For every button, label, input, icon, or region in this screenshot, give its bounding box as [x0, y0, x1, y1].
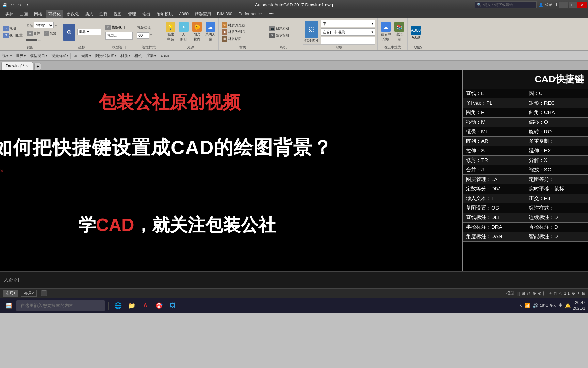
- dyn-btn[interactable]: ⊓: [554, 291, 557, 296]
- menu-wangge[interactable]: 网格: [31, 10, 45, 18]
- render-to-size-btn[interactable]: 🖼 渲染到尺寸: [303, 20, 320, 44]
- snap-grid-btn[interactable]: ⊞: [522, 291, 525, 296]
- cloud-render-btn[interactable]: ☁ 在云中 渲染: [380, 21, 392, 43]
- sc-row-array-copy: 阵列：AR 多重复制：: [463, 137, 588, 146]
- taskbar-acad-icon[interactable]: A: [139, 300, 151, 312]
- vc-visualstyle[interactable]: 视觉样式 ▾: [51, 53, 68, 58]
- create-camera-btn[interactable]: 📷 创建相机: [268, 26, 290, 32]
- menu-shuchu[interactable]: 输出: [140, 10, 153, 18]
- a360-btn[interactable]: A360 A360: [410, 25, 422, 40]
- menu-canshuhua[interactable]: 参数化: [64, 10, 82, 18]
- otrack-btn[interactable]: ⎸: [543, 291, 547, 296]
- material-map-btn[interactable]: ▦ 材质贴图: [221, 36, 247, 42]
- taskbar-app1-icon[interactable]: 🎯: [153, 300, 165, 312]
- menu-bim360[interactable]: BIM 360: [214, 11, 235, 17]
- menu-jingxuan[interactable]: 精选应用: [192, 10, 214, 18]
- vc-material[interactable]: 材质 ▾: [120, 53, 130, 58]
- menu-a360[interactable]: A360: [176, 11, 191, 17]
- material-texture-btn[interactable]: ◐ 材质/纹理关: [221, 29, 247, 35]
- plus-btn[interactable]: +: [577, 291, 580, 296]
- vc-coord[interactable]: 世界 ▾: [16, 53, 26, 58]
- material-browser-btn[interactable]: 🎨 材质浏览器: [221, 22, 247, 28]
- undo-button[interactable]: ↩: [9, 1, 16, 8]
- menu-guanli[interactable]: 管理: [125, 10, 139, 18]
- coord-icon-btn[interactable]: ⊕: [62, 23, 76, 41]
- vc-modelport[interactable]: 模型视口 ▾: [30, 53, 47, 58]
- visual-style-value[interactable]: [137, 32, 149, 39]
- search-input[interactable]: [483, 3, 534, 7]
- render-input-dropdown[interactable]: [321, 37, 375, 44]
- menu-charu[interactable]: 插入: [82, 10, 96, 18]
- lineweight-btn[interactable]: △: [559, 291, 562, 296]
- vc-sunpos[interactable]: 阳光和位置 ▾: [95, 53, 116, 58]
- world-dropdown[interactable]: 世界 ▼: [77, 29, 101, 35]
- view-manager-btn[interactable]: □ 视图: [2, 26, 24, 32]
- layout2-tab[interactable]: 布局2: [21, 290, 37, 297]
- sc-row-div-pan: 定数等分：DIV 实时平移：鼠标: [463, 184, 588, 194]
- redo-button[interactable]: ↪: [16, 1, 23, 8]
- menu-keshihua[interactable]: 可视化: [46, 10, 63, 18]
- vc-render[interactable]: 渲染 ▾: [146, 53, 156, 58]
- info-icon[interactable]: ℹ: [554, 2, 559, 7]
- sc-cell: 旋转：RO: [526, 127, 588, 137]
- layout1-tab[interactable]: 布局1: [3, 290, 18, 297]
- sky-off-btn[interactable]: ☁ 关闭天 光: [204, 21, 216, 43]
- ribbon: □ 视图 ⊞ 视口配置 命名 *当前* ▼: [0, 18, 588, 51]
- tab-drawing1[interactable]: Drawing1* ✕: [1, 62, 33, 70]
- show-camera-btn[interactable]: 👁 显示相机: [268, 32, 290, 39]
- save-button[interactable]: 💾: [1, 1, 8, 8]
- taskbar-search-input[interactable]: [16, 300, 105, 311]
- tab-close-btn[interactable]: ✕: [26, 64, 29, 68]
- osnap-btn[interactable]: ⊘: [538, 291, 541, 296]
- close-button[interactable]: ✕: [577, 2, 587, 8]
- menu-qumian[interactable]: 曲面: [17, 10, 31, 18]
- vc-a360[interactable]: A360: [160, 54, 169, 58]
- settings-btn[interactable]: ⚙: [572, 291, 575, 296]
- render-library-btn[interactable]: 📚 渲染 库: [393, 21, 405, 43]
- vc-camera[interactable]: 相机: [134, 53, 142, 58]
- vc-lights[interactable]: 光源 ▾: [81, 53, 91, 58]
- ribbon-group-render: 🖼 渲染到尺寸 中▼ 在窗口中渲染▼ 渲染: [300, 18, 378, 50]
- qa-dropdown[interactable]: ▼: [24, 1, 31, 8]
- render-window-dropdown[interactable]: 在窗口中渲染▼: [321, 28, 375, 36]
- name-dropdown[interactable]: *当前*: [34, 22, 54, 28]
- shortcut-table: CAD快捷键 直线：L 圆：C 多段线：PL 矩形：REC 圆角：F 斜角：CH…: [462, 70, 588, 271]
- ortho-btn[interactable]: ◎: [527, 291, 530, 296]
- menu-shitu[interactable]: 视图: [111, 10, 125, 18]
- viewport-config-btn[interactable]: ⊞ 视口配置: [2, 32, 24, 39]
- merge-btn[interactable]: ⊞ 合并: [26, 30, 41, 36]
- render-quality-dropdown[interactable]: 中▼: [321, 20, 375, 27]
- layout-add-btn[interactable]: +: [41, 290, 47, 296]
- polar-btn[interactable]: ⊕: [533, 291, 536, 296]
- menu-fujia[interactable]: 附加模块: [154, 10, 176, 18]
- model-label[interactable]: 模型: [506, 290, 514, 296]
- minimize-button[interactable]: ─: [559, 2, 568, 8]
- canvas-area[interactable]: 包装公社原创视频 如何把快捷键设置成CAD的绘图背景？ 学CAD，就关注包装公社…: [0, 70, 588, 271]
- sun-state-btn[interactable]: 🌞 阳光 状态: [191, 21, 203, 43]
- menu-performance[interactable]: Performance: [236, 11, 265, 17]
- menu-zhushi[interactable]: 注释: [97, 10, 110, 18]
- tray-ime[interactable]: 中: [559, 303, 563, 308]
- grid-display-btn[interactable]: |||: [517, 291, 520, 296]
- sc-cell: 智能标注：D: [526, 232, 588, 242]
- menu-more[interactable]: •••: [266, 11, 276, 17]
- sc-cell: 修剪：TR: [463, 156, 526, 165]
- maximize-button[interactable]: □: [569, 2, 577, 8]
- vc-view[interactable]: 视图 ▾: [2, 53, 12, 58]
- create-light-btn[interactable]: 💡 创建 光源: [164, 21, 177, 43]
- taskbar-photos-icon[interactable]: 🖼: [166, 300, 179, 312]
- menu-shiti[interactable]: 实体: [3, 10, 16, 18]
- tray-network[interactable]: 📶: [524, 303, 530, 308]
- minus-btn[interactable]: ⊟: [582, 291, 585, 296]
- no-shadow-btn[interactable]: ☀ 无 阴影: [178, 21, 190, 43]
- start-button[interactable]: 🪟: [3, 300, 15, 312]
- window-title: Autodesk AutoCAD 2017 Drawing1.dwg: [255, 2, 333, 7]
- tray-volume[interactable]: 🔊: [532, 303, 538, 308]
- taskbar-files-icon[interactable]: 📁: [126, 300, 138, 312]
- tab-add-btn[interactable]: +: [34, 63, 41, 70]
- tray-up-arrow[interactable]: ∧: [519, 303, 522, 308]
- ucs-btn[interactable]: ⌖: [549, 291, 552, 296]
- taskbar-browser-icon[interactable]: 🌐: [112, 300, 124, 312]
- restore-btn[interactable]: ↺ 恢复: [43, 30, 58, 36]
- tray-notification[interactable]: 🔔: [565, 303, 571, 308]
